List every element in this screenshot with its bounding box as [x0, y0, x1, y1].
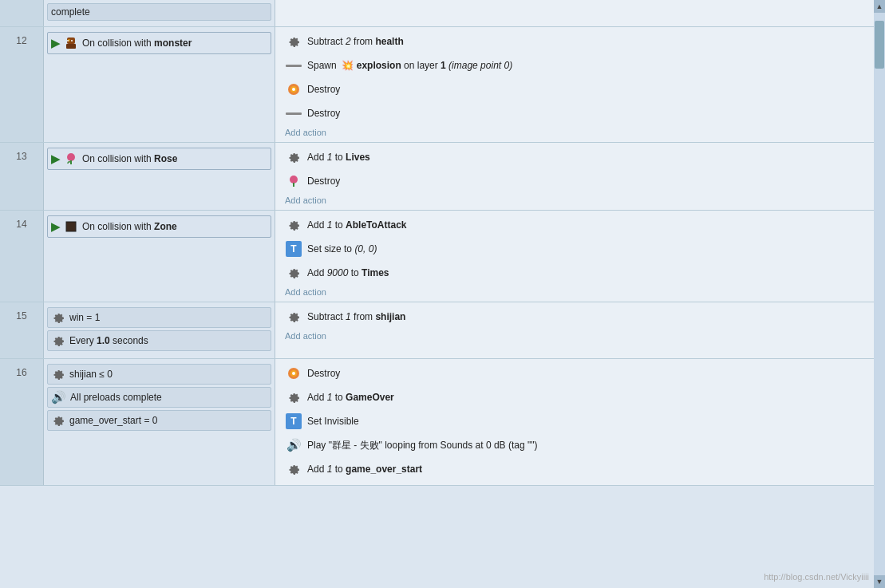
rose-cond-icon [63, 151, 79, 167]
gear-icon-13-1 [285, 148, 302, 166]
action-16-3: T Set Invisible [282, 410, 867, 432]
actions-12: Subtract 2 from health Spawn 💥 explosion… [275, 27, 874, 142]
gear-icon-16-2 [285, 389, 302, 406]
condition-16-3[interactable]: game_over_start = 0 [47, 410, 271, 431]
action-14-2: T Set size to (0, 0) [282, 238, 867, 260]
action-14-1: Add 1 to AbleToAttack [282, 214, 867, 236]
cond-text-16-3: game_over_start = 0 [69, 415, 157, 426]
condition-complete: complete [47, 3, 271, 21]
cond-text-14: On collision with Zone [82, 221, 177, 232]
svg-point-15 [292, 372, 295, 375]
gear-icon-16-5 [285, 460, 302, 478]
condition-12-1[interactable]: ▶ On collision with monster [47, 32, 271, 54]
row-number-empty [0, 0, 44, 26]
complete-label: complete [51, 6, 90, 18]
sep-icon-2 [285, 105, 302, 122]
action-text-12-4: Destroy [307, 108, 340, 119]
event-row-13: 13 ▶ On collision with Rose [0, 143, 874, 211]
audio-play-icon: 🔊 [286, 438, 302, 452]
scrollbar-down-button[interactable]: ▼ [874, 575, 885, 588]
complete-conditions: complete [44, 0, 275, 26]
fire-icon [285, 81, 302, 98]
event-sheet: complete 12 ▶ [0, 0, 874, 588]
add-action-12[interactable]: Add action [282, 126, 867, 139]
event-row-15: 15 win = 1 Every 1.0 seconds [0, 302, 874, 359]
gear-icon-14-1 [285, 216, 302, 234]
cond-text-15-1: win = 1 [69, 312, 100, 323]
action-16-5: Add 1 to game_over_start [282, 458, 867, 480]
conditions-15: win = 1 Every 1.0 seconds [44, 302, 275, 358]
event-row-14: 14 ▶ On collision with Zone [0, 211, 874, 302]
condition-15-1[interactable]: win = 1 [47, 307, 271, 328]
svg-point-3 [67, 40, 69, 41]
action-16-1: Destroy [282, 362, 867, 385]
arrow-icon-13: ▶ [51, 152, 60, 165]
actions-15: Subtract 1 from shijian Add action [275, 302, 874, 358]
condition-13-1[interactable]: ▶ On collision with Rose [47, 148, 271, 170]
gear-icon-15-1 [285, 308, 302, 326]
character-icon [63, 35, 79, 51]
action-text-14-3: Add 9000 to Times [307, 267, 389, 278]
scrollbar-thumb[interactable] [875, 21, 884, 69]
svg-rect-2 [66, 44, 76, 49]
add-action-14[interactable]: Add action [282, 286, 867, 298]
cond-text-16-2: All preloads complete [70, 392, 162, 403]
cond-text-15-2: Every 1.0 seconds [69, 335, 148, 346]
t-icon-14-2: T [285, 240, 302, 258]
cond-text-16-1: shijian ≤ 0 [69, 369, 113, 380]
audio-icon-16-4: 🔊 [285, 436, 302, 454]
arrow-icon-14: ▶ [51, 220, 60, 233]
condition-14-1[interactable]: ▶ On collision with Zone [47, 215, 271, 238]
row-number-12: 12 [0, 27, 44, 142]
condition-16-2[interactable]: 🔊 All preloads complete [47, 387, 271, 408]
action-text-15-1: Subtract 1 from shijian [307, 311, 405, 322]
add-action-15[interactable]: Add action [282, 330, 867, 342]
action-12-3: Destroy [282, 78, 867, 101]
action-13-2: Destroy [282, 170, 867, 192]
t-letter-icon-2: T [286, 413, 302, 429]
scrollbar-up-button[interactable]: ▲ [874, 0, 885, 13]
action-text-16-1: Destroy [307, 368, 340, 379]
action-text-14-1: Add 1 to AbleToAttack [307, 219, 407, 231]
svg-rect-12 [66, 222, 76, 231]
action-text-13-2: Destroy [307, 176, 340, 187]
action-text-12-1: Subtract 2 from health [307, 36, 404, 47]
cond-text-13: On collision with Rose [82, 153, 177, 164]
action-text-12-3: Destroy [307, 84, 340, 95]
row-number-14: 14 [0, 211, 44, 302]
svg-rect-11 [293, 183, 294, 187]
action-text-16-3: Set Invisible [307, 416, 359, 427]
zone-cond-icon [63, 219, 79, 235]
rose-action-icon [285, 172, 302, 190]
actions-14: Add 1 to AbleToAttack T Set size to (0, … [275, 211, 874, 302]
scrollbar: ▲ ▼ [874, 0, 885, 588]
row-complete-partial: complete [0, 0, 874, 27]
action-13-1: Add 1 to Lives [282, 146, 867, 168]
t-letter-icon: T [286, 241, 302, 257]
svg-point-10 [290, 176, 298, 184]
complete-actions [275, 0, 874, 26]
action-text-12-2: Spawn 💥 explosion on layer 1 (image poin… [307, 60, 512, 71]
gear-icon [285, 33, 302, 50]
actions-16: Destroy Add 1 to GameOver T S [275, 359, 874, 485]
actions-13: Add 1 to Lives Destroy Add action [275, 143, 874, 210]
condition-15-2[interactable]: Every 1.0 seconds [47, 330, 271, 351]
t-icon-16-3: T [285, 412, 302, 430]
condition-16-1[interactable]: shijian ≤ 0 [47, 364, 271, 385]
action-text-16-5: Add 1 to game_over_start [307, 464, 422, 475]
svg-rect-9 [70, 160, 72, 164]
svg-point-7 [292, 88, 295, 91]
action-16-4: 🔊 Play "群星 - 失败" looping from Sounds at … [282, 434, 867, 456]
svg-point-8 [67, 153, 75, 161]
add-action-13[interactable]: Add action [282, 194, 867, 207]
event-row-16: 16 shijian ≤ 0 🔊 All preloads complete [0, 359, 874, 486]
fire-icon-16-1 [285, 365, 302, 382]
event-row-12: 12 ▶ On collision with monster [0, 27, 874, 143]
action-text-16-4: Play "群星 - 失败" looping from Sounds at 0 … [307, 439, 538, 452]
row-number-15: 15 [0, 302, 44, 358]
conditions-14: ▶ On collision with Zone [44, 211, 275, 302]
svg-point-4 [71, 40, 73, 41]
action-12-1: Subtract 2 from health [282, 30, 867, 53]
conditions-16: shijian ≤ 0 🔊 All preloads complete game… [44, 359, 275, 485]
scrollbar-track [874, 13, 885, 575]
